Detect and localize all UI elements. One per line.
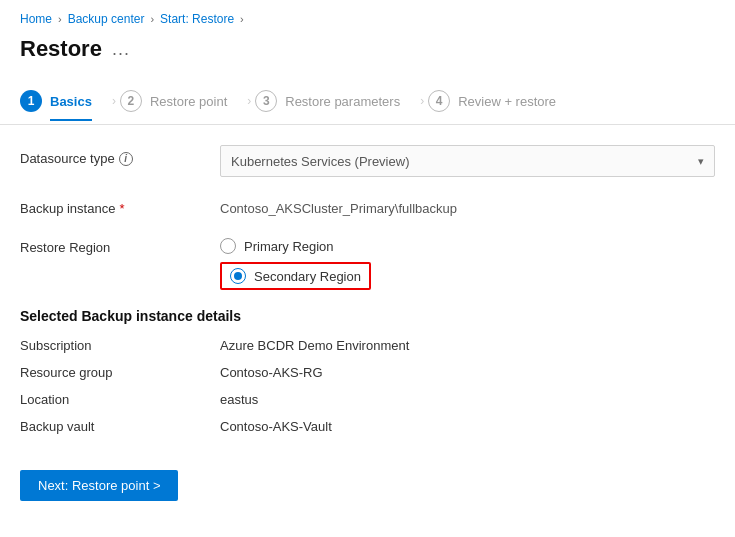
page-title: Restore <box>20 36 102 62</box>
selected-backup-section: Selected Backup instance details Subscri… <box>20 308 715 434</box>
secondary-region-label: Secondary Region <box>254 269 361 284</box>
more-options-icon[interactable]: ... <box>112 39 130 60</box>
step-label-review: Review + restore <box>458 94 556 109</box>
detail-value-location: eastus <box>220 392 258 407</box>
bottom-bar: Next: Restore point > <box>0 454 735 517</box>
datasource-type-value: Kubernetes Services (Preview) <box>231 154 409 169</box>
detail-label-subscription: Subscription <box>20 338 220 353</box>
breadcrumb-sep-1: › <box>58 13 62 25</box>
step-circle-3: 3 <box>255 90 277 112</box>
detail-label-resource-group: Resource group <box>20 365 220 380</box>
breadcrumb: Home › Backup center › Start: Restore › <box>0 0 735 32</box>
detail-row-resource-group: Resource group Contoso-AKS-RG <box>20 365 715 380</box>
backup-instance-label: Backup instance * <box>20 195 220 216</box>
wizard-step-basics[interactable]: 1 Basics <box>20 78 112 124</box>
detail-label-backup-vault: Backup vault <box>20 419 220 434</box>
wizard-step-restore-params[interactable]: 3 Restore parameters <box>255 78 420 124</box>
restore-region-radio-group: Primary Region Secondary Region <box>220 234 715 290</box>
datasource-type-dropdown[interactable]: Kubernetes Services (Preview) ▾ <box>220 145 715 177</box>
step-label-restore-params: Restore parameters <box>285 94 400 109</box>
datasource-type-row: Datasource type i Kubernetes Services (P… <box>20 145 715 177</box>
breadcrumb-current: Start: Restore <box>160 12 234 26</box>
breadcrumb-backup-center[interactable]: Backup center <box>68 12 145 26</box>
datasource-info-icon[interactable]: i <box>119 152 133 166</box>
breadcrumb-sep-2: › <box>150 13 154 25</box>
detail-value-subscription: Azure BCDR Demo Environment <box>220 338 409 353</box>
detail-value-resource-group: Contoso-AKS-RG <box>220 365 323 380</box>
restore-region-label: Restore Region <box>20 234 220 255</box>
next-button[interactable]: Next: Restore point > <box>20 470 178 501</box>
radio-secondary-region[interactable]: Secondary Region <box>220 262 371 290</box>
dropdown-arrow-icon: ▾ <box>698 155 704 168</box>
detail-row-location: Location eastus <box>20 392 715 407</box>
detail-row-subscription: Subscription Azure BCDR Demo Environment <box>20 338 715 353</box>
restore-region-row: Restore Region Primary Region Secondary … <box>20 234 715 290</box>
step-circle-1: 1 <box>20 90 42 112</box>
wizard-step-review[interactable]: 4 Review + restore <box>428 78 576 124</box>
step-label-restore-point: Restore point <box>150 94 227 109</box>
step-circle-4: 4 <box>428 90 450 112</box>
detail-row-backup-vault: Backup vault Contoso-AKS-Vault <box>20 419 715 434</box>
radio-inner-secondary <box>234 272 242 280</box>
step-label-basics: Basics <box>50 94 92 121</box>
breadcrumb-sep-3: › <box>240 13 244 25</box>
backup-instance-row: Backup instance * Contoso_AKSCluster_Pri… <box>20 195 715 216</box>
breadcrumb-home[interactable]: Home <box>20 12 52 26</box>
radio-primary-region[interactable]: Primary Region <box>220 238 715 254</box>
page-title-row: Restore ... <box>0 32 735 78</box>
datasource-type-label: Datasource type i <box>20 145 220 166</box>
step-sep-2: › <box>247 94 251 108</box>
detail-label-location: Location <box>20 392 220 407</box>
radio-circle-secondary <box>230 268 246 284</box>
wizard-steps: 1 Basics › 2 Restore point › 3 Restore p… <box>0 78 735 125</box>
primary-region-label: Primary Region <box>244 239 334 254</box>
backup-instance-required: * <box>119 201 124 216</box>
step-circle-2: 2 <box>120 90 142 112</box>
step-sep-1: › <box>112 94 116 108</box>
form-area: Datasource type i Kubernetes Services (P… <box>0 145 735 434</box>
section-heading: Selected Backup instance details <box>20 308 715 324</box>
wizard-step-restore-point[interactable]: 2 Restore point <box>120 78 247 124</box>
backup-instance-value: Contoso_AKSCluster_Primary\fullbackup <box>220 195 715 216</box>
step-sep-3: › <box>420 94 424 108</box>
detail-value-backup-vault: Contoso-AKS-Vault <box>220 419 332 434</box>
radio-circle-primary <box>220 238 236 254</box>
